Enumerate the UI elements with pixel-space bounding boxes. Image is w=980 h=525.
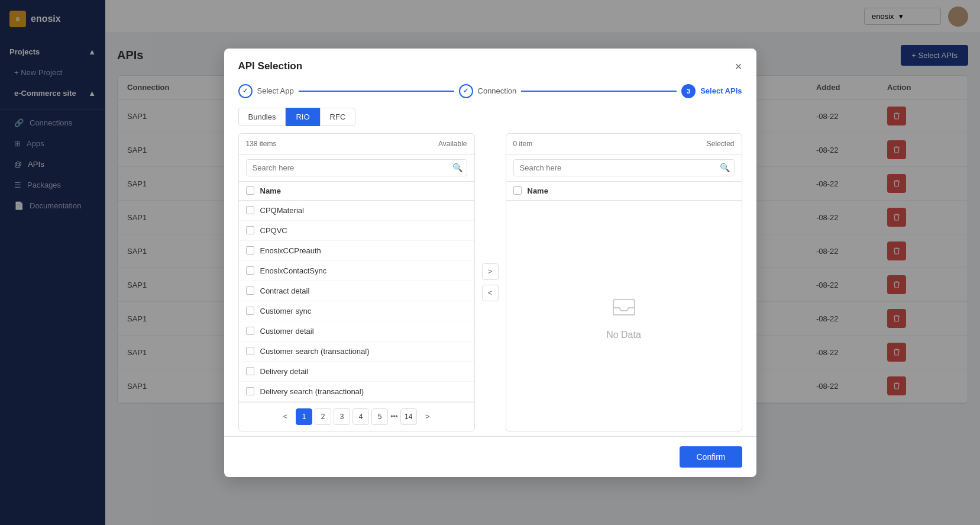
selected-select-all-checkbox[interactable] xyxy=(513,186,522,195)
selected-name-col: Name xyxy=(528,186,548,195)
page-btn-4[interactable]: 4 xyxy=(352,408,369,425)
transfer-arrows: > < xyxy=(482,133,499,431)
item-checkbox[interactable] xyxy=(246,307,254,315)
step-circle-select-apis: 3 xyxy=(681,84,696,98)
item-name: Customer sync xyxy=(260,307,312,315)
available-name-col: Name xyxy=(260,186,281,195)
selected-panel-header: 0 item Selected xyxy=(506,134,742,154)
available-list-item[interactable]: Customer sync xyxy=(239,301,474,321)
transfer-area: 138 items Available 🔍 Name CPQMaterial C… xyxy=(224,133,756,431)
tab-bundles[interactable]: Bundles xyxy=(238,108,286,126)
available-list-item[interactable]: EnosixContactSync xyxy=(239,261,474,281)
available-search: 🔍 xyxy=(239,154,474,182)
available-list-item[interactable]: CPQMaterial xyxy=(239,201,474,221)
available-search-input[interactable] xyxy=(246,159,467,176)
prev-page-btn[interactable]: < xyxy=(277,408,293,425)
item-checkbox[interactable] xyxy=(246,226,254,234)
tab-bar: Bundles RIO RFC xyxy=(224,108,756,133)
pagination: < 1 2 3 4 5 ••• 14 > xyxy=(239,402,474,431)
item-name: Delivery detail xyxy=(260,367,309,376)
available-panel: 138 items Available 🔍 Name CPQMaterial C… xyxy=(238,133,475,431)
available-status: Available xyxy=(438,140,467,148)
selected-empty-state: No Data xyxy=(506,201,742,431)
available-list-item[interactable]: CPQVC xyxy=(239,221,474,241)
selected-count: 0 item xyxy=(513,140,533,148)
available-panel-header: 138 items Available xyxy=(239,134,474,154)
available-count: 138 items xyxy=(246,140,277,148)
modal-close-button[interactable]: × xyxy=(735,60,742,72)
page-btn-2[interactable]: 2 xyxy=(315,408,331,425)
tab-rio[interactable]: RIO xyxy=(286,108,319,126)
available-list-item[interactable]: Customer search (transactional) xyxy=(239,342,474,362)
step-circle-select-app: ✓ xyxy=(238,84,253,98)
item-name: EnosixContactSync xyxy=(260,266,327,275)
available-list-item[interactable]: Delivery search (transactional) xyxy=(239,382,474,402)
item-name: EnosixCCPreauth xyxy=(260,246,321,255)
api-selection-modal: API Selection × ✓ Select App ✓ Connectio… xyxy=(224,49,756,477)
available-list-item[interactable]: Delivery detail xyxy=(239,362,474,382)
step-connection: ✓ Connection xyxy=(459,84,517,98)
item-name: CPQVC xyxy=(260,226,287,235)
selected-panel: 0 item Selected 🔍 Name xyxy=(506,133,742,431)
confirm-button[interactable]: Confirm xyxy=(680,446,742,468)
modal-footer: Confirm xyxy=(224,436,756,477)
selected-search: 🔍 xyxy=(506,154,742,182)
available-col-header: Name xyxy=(239,182,474,201)
selected-status: Selected xyxy=(707,140,735,148)
item-name: Customer search (transactional) xyxy=(260,347,370,356)
selected-search-input[interactable] xyxy=(513,159,735,176)
item-checkbox[interactable] xyxy=(246,286,254,295)
item-checkbox[interactable] xyxy=(246,246,254,255)
item-name: Delivery search (transactional) xyxy=(260,387,364,396)
item-checkbox[interactable] xyxy=(246,367,254,375)
available-list-item[interactable]: EnosixCCPreauth xyxy=(239,241,474,261)
available-list-item[interactable]: Contract detail xyxy=(239,281,474,301)
item-checkbox[interactable] xyxy=(246,347,254,355)
move-left-btn[interactable]: < xyxy=(482,285,499,301)
available-select-all-checkbox[interactable] xyxy=(246,186,254,195)
item-checkbox[interactable] xyxy=(246,206,254,214)
move-right-btn[interactable]: > xyxy=(482,263,499,280)
step-line-2 xyxy=(521,91,677,92)
modal-overlay: API Selection × ✓ Select App ✓ Connectio… xyxy=(0,0,980,525)
step-line-1 xyxy=(299,91,454,92)
step-select-app: ✓ Select App xyxy=(238,84,294,98)
item-checkbox[interactable] xyxy=(246,387,254,395)
step-label-select-apis: Select APIs xyxy=(700,86,742,95)
empty-inbox-icon xyxy=(610,291,638,325)
modal-title: API Selection xyxy=(238,60,303,72)
page-btn-3[interactable]: 3 xyxy=(334,408,350,425)
step-select-apis: 3 Select APIs xyxy=(681,84,742,98)
available-list: CPQMaterial CPQVC EnosixCCPreauth Enosix… xyxy=(239,201,474,402)
page-btn-5[interactable]: 5 xyxy=(371,408,388,425)
step-label-connection: Connection xyxy=(478,86,517,95)
pagination-ellipsis: ••• xyxy=(390,413,398,421)
item-checkbox[interactable] xyxy=(246,327,254,335)
selected-col-header: Name xyxy=(506,182,742,201)
step-label-select-app: Select App xyxy=(257,86,294,95)
page-btn-14[interactable]: 14 xyxy=(400,408,417,425)
tab-rfc[interactable]: RFC xyxy=(320,108,356,126)
next-page-btn[interactable]: > xyxy=(419,408,436,425)
stepper: ✓ Select App ✓ Connection 3 Select APIs xyxy=(224,72,756,108)
step-circle-connection: ✓ xyxy=(459,84,473,98)
item-name: Customer detail xyxy=(260,327,314,336)
item-name: Contract detail xyxy=(260,286,310,295)
item-name: CPQMaterial xyxy=(260,206,304,215)
search-icon-available: 🔍 xyxy=(452,163,462,172)
empty-text: No Data xyxy=(606,330,641,340)
page-btn-1[interactable]: 1 xyxy=(296,408,312,425)
search-icon-selected: 🔍 xyxy=(720,163,730,172)
item-checkbox[interactable] xyxy=(246,266,254,275)
available-list-item[interactable]: Customer detail xyxy=(239,321,474,342)
modal-header: API Selection × xyxy=(224,49,756,72)
